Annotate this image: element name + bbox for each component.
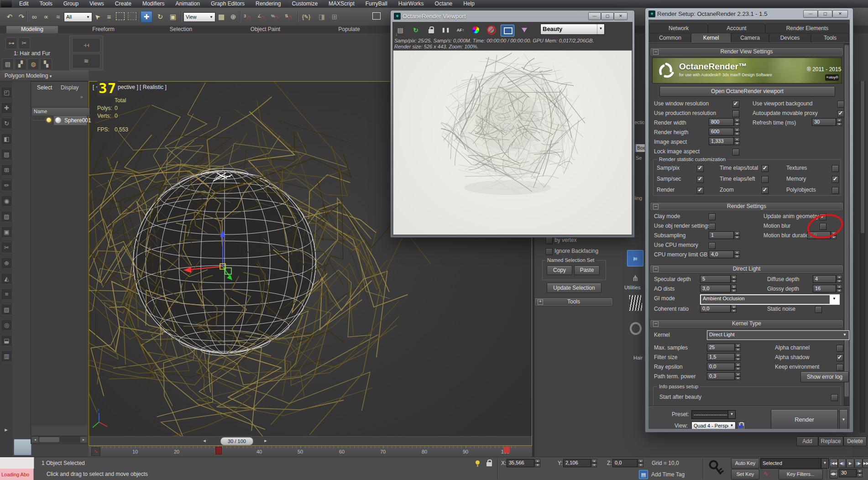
max-logo-icon[interactable]	[1, 0, 12, 7]
show-error-log-button[interactable]: Show error log	[800, 371, 849, 382]
menu-hairworks[interactable]: HairWorks	[393, 0, 429, 8]
ribbon-icon-3[interactable]: ◍	[27, 58, 39, 70]
strip-icon-3[interactable]: ↻	[1, 118, 12, 129]
ribbon-icon-4[interactable]: ▚	[40, 58, 52, 70]
use-production-resolution-checkbox[interactable]	[732, 110, 739, 117]
render-view-settings-rollout[interactable]: –Render View Settings	[650, 48, 843, 56]
name-column-header[interactable]: Name	[31, 107, 90, 116]
use-pivot-center-icon[interactable]: ▩	[215, 11, 227, 23]
pause-icon[interactable]: ❚❚	[440, 25, 451, 36]
strip-overflow-icon[interactable]: ▸	[1, 424, 11, 435]
use-viewport-background-checkbox[interactable]	[837, 101, 844, 108]
menu-views[interactable]: Views	[84, 0, 110, 8]
tab-modeling[interactable]: Modeling	[6, 26, 58, 33]
align-icon[interactable]: ⊞	[329, 11, 340, 23]
collapse-icon[interactable]: –	[653, 321, 659, 327]
select-by-name-icon[interactable]: ≡	[103, 11, 115, 23]
scroll-thumb[interactable]	[39, 437, 59, 442]
strip-icon-12[interactable]: ⊕	[1, 257, 12, 269]
menu-modifiers[interactable]: Modifiers	[137, 0, 170, 8]
keyable-curve-icon[interactable]: ∿	[760, 469, 771, 479]
alpha-shadow-checkbox[interactable]	[837, 355, 843, 361]
hair-modifier-active-icon[interactable]: ⫢	[627, 250, 643, 266]
set-key-button[interactable]: Set Key	[731, 469, 759, 480]
alpha-channel-checkbox[interactable]	[837, 345, 843, 352]
time-slider-handle[interactable]: 30 / 100	[220, 437, 253, 445]
samp-pix-checkbox[interactable]	[697, 165, 704, 172]
strip-icon-18[interactable]: ▥	[1, 350, 12, 362]
strip-icon-2[interactable]: ✚	[1, 102, 12, 114]
glossy-depth-spinner[interactable]: 16▴▾	[813, 285, 842, 292]
unlink-icon[interactable]: ∝	[40, 11, 52, 23]
motion-blur-duration-spinner[interactable]: 1,0▴▾	[807, 231, 837, 239]
move-tool-icon[interactable]: ✚	[141, 11, 152, 23]
strip-icon-17[interactable]: ⬓	[1, 335, 12, 346]
x-coordinate-field[interactable]: 35,566▴▾	[507, 459, 540, 467]
lock-icon[interactable]	[426, 25, 437, 36]
selection-lock-icon[interactable]	[486, 462, 492, 466]
strip-icon-4[interactable]: ◧	[1, 133, 12, 145]
render-width-spinner[interactable]: 800▴▾	[709, 118, 740, 126]
bind-spacewarp-icon[interactable]: ≈	[52, 11, 64, 23]
render-height-spinner[interactable]: 600▴▾	[709, 128, 740, 136]
strip-icon-6[interactable]: ⊞	[1, 164, 12, 176]
disable-materials-icon[interactable]	[486, 25, 497, 36]
keep-environment-checkbox[interactable]	[837, 364, 843, 371]
save-image-icon[interactable]: ▤↓	[395, 25, 406, 36]
strip-icon-5[interactable]: ▤	[1, 149, 12, 160]
use-obj-render-settings-checkbox[interactable]	[709, 223, 716, 230]
angle-snap-icon[interactable]: ∠∩	[256, 11, 268, 23]
ignore-backfacing-checkbox[interactable]	[546, 248, 553, 255]
add-button[interactable]: Add	[796, 437, 818, 446]
open-octane-viewport-button[interactable]: Open OctaneRender viewport	[659, 86, 835, 97]
mirror-icon[interactable]: ◨	[316, 11, 328, 23]
z-coordinate-field[interactable]: 0,0▴▾	[612, 459, 643, 467]
paste-button[interactable]: Paste	[574, 266, 600, 275]
use-cpu-memory-checkbox[interactable]	[709, 242, 716, 249]
container-icon[interactable]	[372, 12, 381, 20]
coherent-ratio-spinner[interactable]: 0,0▴▾	[700, 305, 737, 313]
tab-object-paint[interactable]: Object Paint	[237, 26, 293, 33]
ring-icon[interactable]	[630, 322, 642, 335]
render-stat-checkbox[interactable]	[697, 187, 704, 194]
range-end-marker[interactable]	[503, 447, 510, 453]
time-elaps-total-checkbox[interactable]	[762, 165, 769, 172]
menu-tools[interactable]: Tools	[34, 0, 58, 8]
snap-toggle-icon[interactable]: 3∩	[243, 11, 255, 23]
update-anim-geometry-checkbox[interactable]	[820, 214, 826, 220]
percent-snap-icon[interactable]: %∩	[270, 11, 282, 23]
tab-freeform[interactable]: Freeform	[82, 26, 125, 33]
strip-icon-13[interactable]: ◭	[1, 273, 12, 284]
key-filters-button[interactable]: Key Filters...	[779, 469, 823, 480]
expand-icon[interactable]: +	[538, 299, 543, 305]
prev-key-icon[interactable]: ◀||	[838, 459, 846, 468]
track-bar[interactable]: 0 10 20 30 40 50 60 70 80 90 100	[89, 446, 532, 457]
color-wheel-icon[interactable]	[471, 25, 481, 36]
textures-checkbox[interactable]	[832, 165, 839, 172]
autoupdate-movable-proxy-checkbox[interactable]	[837, 110, 844, 117]
scroll-right-icon[interactable]: ▸	[80, 437, 87, 443]
play-icon[interactable]: ▶	[846, 459, 854, 468]
strip-icon-16[interactable]: ◎	[1, 319, 12, 331]
tab-render-elements[interactable]: Render Elements	[765, 23, 849, 33]
menu-rendering[interactable]: Rendering	[250, 0, 286, 8]
diffuse-depth-spinner[interactable]: 4▴▾	[813, 275, 842, 283]
current-frame-field[interactable]: 30▴▾	[839, 469, 863, 477]
visibility-bulb-icon[interactable]	[47, 118, 51, 122]
restart-render-icon[interactable]: ↻	[410, 25, 421, 36]
hair-brush-icon[interactable]: ⊶	[5, 37, 17, 49]
collapse-icon[interactable]: –	[653, 49, 659, 55]
go-to-start-icon[interactable]: |◀◀	[830, 459, 838, 468]
render-settings-rollout[interactable]: –Render Settings	[650, 203, 843, 210]
poly-objects-checkbox[interactable]	[832, 187, 839, 194]
tab-network[interactable]: Network	[649, 23, 708, 33]
cpu-memory-limit-spinner[interactable]: 4,0▴▾	[709, 250, 740, 258]
strip-icon-14[interactable]: ≡	[1, 288, 12, 300]
panel-chevrons[interactable]: »	[80, 94, 83, 99]
maximize-icon[interactable]: ▢	[601, 12, 614, 20]
render-bucket-icon[interactable]	[519, 25, 530, 36]
minimize-icon[interactable]: —	[588, 12, 601, 20]
polygon-modeling-rollout[interactable]: Polygon Modeling ▾	[0, 71, 89, 81]
command-panel-scrollbar[interactable]	[860, 30, 865, 433]
maxscript-mini-listener[interactable]: Loading Abo	[0, 469, 34, 480]
